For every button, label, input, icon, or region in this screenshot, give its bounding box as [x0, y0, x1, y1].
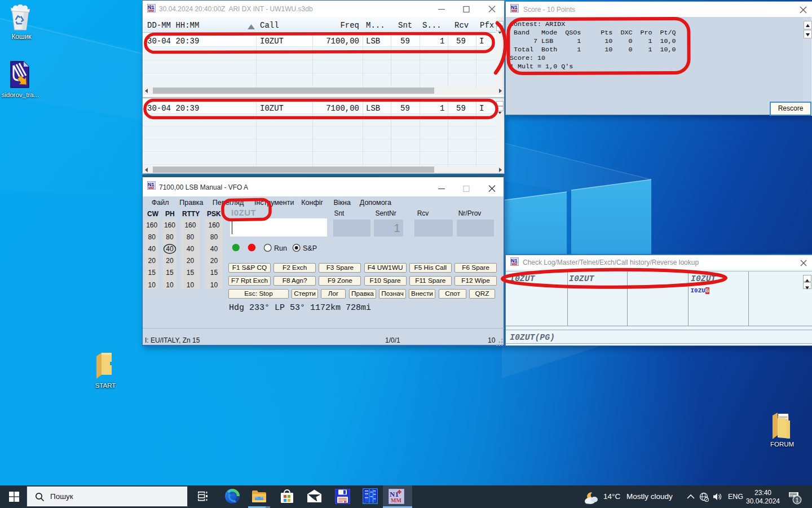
- svg-text:MM: MM: [511, 9, 517, 12]
- svg-text:MM: MM: [511, 262, 517, 266]
- svg-text:1: 1: [796, 497, 799, 503]
- svg-text:MM: MM: [148, 9, 154, 12]
- svg-text:MM: MM: [391, 497, 401, 503]
